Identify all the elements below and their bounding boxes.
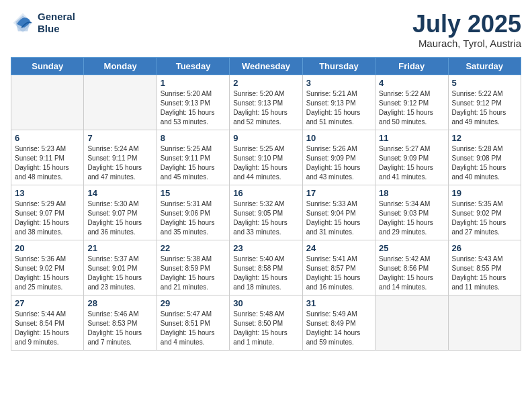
- calendar-cell: 12Sunrise: 5:28 AM Sunset: 9:08 PM Dayli…: [448, 130, 521, 185]
- calendar-table: SundayMondayTuesdayWednesdayThursdayFrid…: [11, 57, 521, 351]
- calendar-cell: 22Sunrise: 5:38 AM Sunset: 8:59 PM Dayli…: [157, 240, 229, 295]
- calendar-week-5: 27Sunrise: 5:44 AM Sunset: 8:54 PM Dayli…: [11, 295, 521, 350]
- column-header-tuesday: Tuesday: [157, 57, 229, 75]
- calendar-cell: 27Sunrise: 5:44 AM Sunset: 8:54 PM Dayli…: [11, 295, 84, 350]
- day-detail: Sunrise: 5:28 AM Sunset: 9:08 PM Dayligh…: [452, 144, 517, 182]
- day-number: 16: [233, 188, 298, 198]
- day-detail: Sunrise: 5:27 AM Sunset: 9:09 PM Dayligh…: [379, 144, 444, 182]
- title-block: July 2025 Maurach, Tyrol, Austria: [412, 11, 521, 49]
- calendar-cell: 3Sunrise: 5:21 AM Sunset: 9:13 PM Daylig…: [302, 75, 375, 130]
- logo-icon: [11, 11, 35, 35]
- calendar-cell: 24Sunrise: 5:41 AM Sunset: 8:57 PM Dayli…: [302, 240, 375, 295]
- day-number: 10: [306, 133, 371, 143]
- day-detail: Sunrise: 5:33 AM Sunset: 9:04 PM Dayligh…: [306, 199, 371, 237]
- calendar-week-1: 1Sunrise: 5:20 AM Sunset: 9:13 PM Daylig…: [11, 75, 521, 130]
- calendar-cell: 10Sunrise: 5:26 AM Sunset: 9:09 PM Dayli…: [302, 130, 375, 185]
- day-number: 13: [15, 188, 80, 198]
- logo-line2: Blue: [38, 23, 75, 35]
- calendar-cell: 4Sunrise: 5:22 AM Sunset: 9:12 PM Daylig…: [375, 75, 448, 130]
- calendar-cell: 25Sunrise: 5:42 AM Sunset: 8:56 PM Dayli…: [375, 240, 448, 295]
- day-number: 6: [15, 133, 80, 143]
- day-number: 12: [452, 133, 517, 143]
- day-number: 5: [452, 78, 517, 88]
- month-title: July 2025: [412, 11, 521, 38]
- day-number: 15: [161, 188, 226, 198]
- calendar-cell: [84, 75, 157, 130]
- day-detail: Sunrise: 5:25 AM Sunset: 9:10 PM Dayligh…: [233, 144, 298, 182]
- day-number: 20: [15, 243, 80, 253]
- day-number: 28: [87, 298, 152, 308]
- day-number: 3: [306, 78, 371, 88]
- calendar-cell: 1Sunrise: 5:20 AM Sunset: 9:13 PM Daylig…: [157, 75, 229, 130]
- day-number: 24: [306, 243, 371, 253]
- day-detail: Sunrise: 5:31 AM Sunset: 9:06 PM Dayligh…: [161, 199, 226, 237]
- day-number: 29: [161, 298, 226, 308]
- day-detail: Sunrise: 5:43 AM Sunset: 8:55 PM Dayligh…: [452, 255, 517, 292]
- calendar-cell: 29Sunrise: 5:47 AM Sunset: 8:51 PM Dayli…: [157, 295, 229, 350]
- calendar-cell: 30Sunrise: 5:48 AM Sunset: 8:50 PM Dayli…: [230, 295, 302, 350]
- calendar-cell: 7Sunrise: 5:24 AM Sunset: 9:11 PM Daylig…: [84, 130, 157, 185]
- day-number: 7: [87, 133, 152, 143]
- day-number: 26: [452, 243, 517, 253]
- column-header-friday: Friday: [375, 57, 448, 75]
- day-detail: Sunrise: 5:25 AM Sunset: 9:11 PM Dayligh…: [161, 144, 226, 182]
- day-number: 19: [452, 188, 517, 198]
- day-number: 18: [379, 188, 444, 198]
- column-header-monday: Monday: [84, 57, 157, 75]
- day-number: 4: [379, 78, 444, 88]
- day-detail: Sunrise: 5:49 AM Sunset: 8:49 PM Dayligh…: [306, 310, 371, 347]
- day-detail: Sunrise: 5:26 AM Sunset: 9:09 PM Dayligh…: [306, 144, 371, 182]
- day-detail: Sunrise: 5:40 AM Sunset: 8:58 PM Dayligh…: [233, 255, 298, 292]
- day-detail: Sunrise: 5:36 AM Sunset: 9:02 PM Dayligh…: [15, 255, 80, 292]
- calendar-cell: [375, 295, 448, 350]
- calendar-cell: 31Sunrise: 5:49 AM Sunset: 8:49 PM Dayli…: [302, 295, 375, 350]
- day-detail: Sunrise: 5:23 AM Sunset: 9:11 PM Dayligh…: [15, 144, 80, 182]
- logo-line1: General: [38, 11, 75, 23]
- logo-text: General Blue: [38, 11, 75, 35]
- day-header-row: SundayMondayTuesdayWednesdayThursdayFrid…: [11, 57, 521, 75]
- day-detail: Sunrise: 5:44 AM Sunset: 8:54 PM Dayligh…: [15, 310, 80, 347]
- day-detail: Sunrise: 5:32 AM Sunset: 9:05 PM Dayligh…: [233, 199, 298, 237]
- day-detail: Sunrise: 5:22 AM Sunset: 9:12 PM Dayligh…: [379, 89, 444, 127]
- calendar-cell: 6Sunrise: 5:23 AM Sunset: 9:11 PM Daylig…: [11, 130, 84, 185]
- page-header: General Blue July 2025 Maurach, Tyrol, A…: [11, 11, 521, 49]
- calendar-week-4: 20Sunrise: 5:36 AM Sunset: 9:02 PM Dayli…: [11, 240, 521, 295]
- calendar-cell: 28Sunrise: 5:46 AM Sunset: 8:53 PM Dayli…: [84, 295, 157, 350]
- day-number: 21: [87, 243, 152, 253]
- day-detail: Sunrise: 5:35 AM Sunset: 9:02 PM Dayligh…: [452, 199, 517, 237]
- day-detail: Sunrise: 5:42 AM Sunset: 8:56 PM Dayligh…: [379, 255, 444, 292]
- logo: General Blue: [11, 11, 75, 35]
- calendar-cell: 14Sunrise: 5:30 AM Sunset: 9:07 PM Dayli…: [84, 185, 157, 240]
- day-detail: Sunrise: 5:21 AM Sunset: 9:13 PM Dayligh…: [306, 89, 371, 127]
- day-number: 17: [306, 188, 371, 198]
- day-detail: Sunrise: 5:20 AM Sunset: 9:13 PM Dayligh…: [233, 89, 298, 127]
- day-detail: Sunrise: 5:48 AM Sunset: 8:50 PM Dayligh…: [233, 310, 298, 347]
- column-header-saturday: Saturday: [448, 57, 521, 75]
- day-number: 30: [233, 298, 298, 308]
- day-number: 23: [233, 243, 298, 253]
- column-header-thursday: Thursday: [302, 57, 375, 75]
- column-header-wednesday: Wednesday: [230, 57, 302, 75]
- day-detail: Sunrise: 5:29 AM Sunset: 9:07 PM Dayligh…: [15, 199, 80, 237]
- day-detail: Sunrise: 5:22 AM Sunset: 9:12 PM Dayligh…: [452, 89, 517, 127]
- day-detail: Sunrise: 5:46 AM Sunset: 8:53 PM Dayligh…: [87, 310, 152, 347]
- day-detail: Sunrise: 5:34 AM Sunset: 9:03 PM Dayligh…: [379, 199, 444, 237]
- day-number: 8: [161, 133, 226, 143]
- calendar-cell: 21Sunrise: 5:37 AM Sunset: 9:01 PM Dayli…: [84, 240, 157, 295]
- column-header-sunday: Sunday: [11, 57, 84, 75]
- day-detail: Sunrise: 5:47 AM Sunset: 8:51 PM Dayligh…: [161, 310, 226, 347]
- calendar-cell: 16Sunrise: 5:32 AM Sunset: 9:05 PM Dayli…: [230, 185, 302, 240]
- day-number: 14: [87, 188, 152, 198]
- day-number: 22: [161, 243, 226, 253]
- location-subtitle: Maurach, Tyrol, Austria: [412, 38, 521, 49]
- calendar-cell: 26Sunrise: 5:43 AM Sunset: 8:55 PM Dayli…: [448, 240, 521, 295]
- calendar-cell: 15Sunrise: 5:31 AM Sunset: 9:06 PM Dayli…: [157, 185, 229, 240]
- calendar-cell: 13Sunrise: 5:29 AM Sunset: 9:07 PM Dayli…: [11, 185, 84, 240]
- calendar-cell: [448, 295, 521, 350]
- day-number: 9: [233, 133, 298, 143]
- calendar-cell: 18Sunrise: 5:34 AM Sunset: 9:03 PM Dayli…: [375, 185, 448, 240]
- calendar-cell: 8Sunrise: 5:25 AM Sunset: 9:11 PM Daylig…: [157, 130, 229, 185]
- day-number: 27: [15, 298, 80, 308]
- calendar-cell: 9Sunrise: 5:25 AM Sunset: 9:10 PM Daylig…: [230, 130, 302, 185]
- calendar-week-2: 6Sunrise: 5:23 AM Sunset: 9:11 PM Daylig…: [11, 130, 521, 185]
